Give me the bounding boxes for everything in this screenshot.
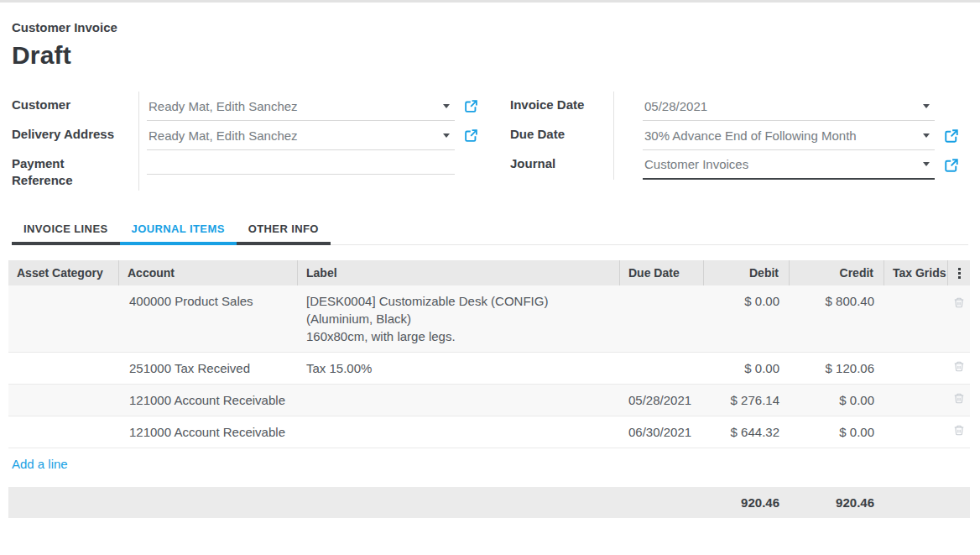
table-header-row: Asset Category Account Label Due Date De…: [8, 260, 970, 285]
column-header-credit[interactable]: Credit: [790, 260, 884, 285]
delete-row-icon[interactable]: [953, 296, 965, 313]
cell-label[interactable]: [298, 394, 620, 407]
delivery-address-value: Ready Mat, Edith Sanchez: [149, 128, 298, 143]
delivery-address-label: Delivery Address: [12, 121, 138, 150]
cell-credit[interactable]: $ 800.40: [790, 285, 884, 317]
cell-asset-category[interactable]: [8, 426, 119, 439]
column-header-asset-category[interactable]: Asset Category: [8, 260, 119, 285]
cell-debit[interactable]: $ 644.32: [704, 416, 790, 448]
cell-label[interactable]: Tax 15.00%: [298, 353, 620, 384]
payment-reference-label: Payment Reference: [12, 150, 138, 191]
customer-external-link-icon[interactable]: [464, 99, 478, 113]
invoice-header-form: Customer Ready Mat, Edith Sanchez Delive…: [12, 92, 968, 191]
cell-credit[interactable]: $ 0.00: [790, 385, 884, 416]
chevron-down-icon: [443, 134, 450, 138]
cell-debit[interactable]: $ 0.00: [704, 285, 790, 317]
journal-label: Journal: [510, 150, 613, 180]
top-divider: [0, 0, 980, 3]
invoice-date-label: Invoice Date: [510, 92, 613, 121]
delete-row-icon[interactable]: [953, 391, 965, 409]
cell-account[interactable]: 251000 Tax Received: [119, 353, 298, 384]
chevron-down-icon: [923, 104, 930, 108]
payment-terms-external-link-icon[interactable]: [944, 128, 959, 144]
status-title: Draft: [12, 41, 968, 70]
due-date-row: Due Date 30% Advance End of Following Mo…: [487, 121, 968, 150]
journal-row: Journal Customer Invoices: [487, 150, 968, 180]
chevron-down-icon: [443, 104, 450, 108]
cell-account[interactable]: 121000 Account Receivable: [119, 385, 298, 416]
cell-asset-category[interactable]: [8, 394, 119, 407]
customer-field[interactable]: Ready Mat, Edith Sanchez: [147, 92, 455, 121]
column-header-account[interactable]: Account: [119, 260, 298, 285]
cell-asset-category[interactable]: [8, 362, 119, 375]
invoice-date-row: Invoice Date 05/28/2021: [487, 92, 968, 121]
cell-debit[interactable]: $ 276.14: [704, 385, 790, 416]
column-header-label[interactable]: Label: [298, 260, 620, 285]
cell-due-date[interactable]: [620, 285, 704, 299]
form-right-group: Invoice Date 05/28/2021 Due Date 30% Adv…: [487, 92, 968, 191]
journal-items-table: Asset Category Account Label Due Date De…: [8, 260, 970, 518]
column-header-tax-grids[interactable]: Tax Grids: [884, 260, 948, 285]
invoice-form-page: Customer Invoice Draft Customer Ready Ma…: [0, 20, 980, 518]
cell-asset-category[interactable]: [8, 285, 119, 299]
payment-terms-value: 30% Advance End of Following Month: [644, 128, 857, 143]
optional-columns-toggle-icon[interactable]: [953, 264, 966, 282]
delete-row-icon[interactable]: [953, 423, 965, 441]
notebook-tabs: INVOICE LINES JOURNAL ITEMS OTHER INFO: [12, 216, 968, 245]
cell-label[interactable]: [298, 426, 620, 439]
table-row[interactable]: 251000 Tax Received Tax 15.00% $ 0.00 $ …: [8, 353, 970, 385]
customer-row: Customer Ready Mat, Edith Sanchez: [12, 92, 487, 121]
tab-invoice-lines[interactable]: INVOICE LINES: [12, 216, 120, 245]
table-row[interactable]: 400000 Product Sales [DESK0004] Customiz…: [8, 285, 970, 353]
customer-value: Ready Mat, Edith Sanchez: [149, 99, 298, 113]
cell-account[interactable]: 400000 Product Sales: [119, 285, 298, 317]
tab-journal-items[interactable]: JOURNAL ITEMS: [120, 216, 237, 245]
cell-credit[interactable]: $ 120.06: [790, 353, 884, 384]
cell-debit[interactable]: $ 0.00: [704, 353, 790, 384]
cell-due-date[interactable]: 05/28/2021: [620, 385, 704, 416]
invoice-date-field[interactable]: 05/28/2021: [643, 92, 935, 121]
payment-terms-field[interactable]: 30% Advance End of Following Month: [643, 121, 935, 150]
delivery-address-field[interactable]: Ready Mat, Edith Sanchez: [147, 121, 455, 150]
delivery-address-external-link-icon[interactable]: [464, 128, 478, 143]
total-credit: 920.46: [790, 487, 884, 518]
journal-external-link-icon[interactable]: [944, 158, 959, 173]
totals-row: 920.46 920.46: [8, 487, 970, 518]
column-header-due-date[interactable]: Due Date: [620, 260, 704, 285]
cell-credit[interactable]: $ 0.00: [790, 416, 884, 448]
cell-tax-grids[interactable]: [884, 285, 948, 299]
cell-tax-grids[interactable]: [884, 394, 948, 407]
invoice-date-value: 05/28/2021: [644, 99, 707, 113]
journal-value: Customer Invoices: [644, 157, 748, 171]
form-left-group: Customer Ready Mat, Edith Sanchez Delive…: [12, 92, 487, 191]
cell-due-date[interactable]: [620, 362, 704, 375]
cell-tax-grids[interactable]: [884, 426, 948, 439]
table-row[interactable]: 121000 Account Receivable 05/28/2021 $ 2…: [8, 385, 970, 416]
customer-label: Customer: [12, 92, 138, 121]
document-type-label: Customer Invoice: [12, 20, 968, 34]
cell-label[interactable]: [DESK0004] Customizable Desk (CONFIG) (A…: [298, 285, 620, 352]
cell-tax-grids[interactable]: [884, 362, 948, 375]
cell-account[interactable]: 121000 Account Receivable: [119, 416, 298, 448]
chevron-down-icon: [923, 162, 930, 166]
payment-reference-row: Payment Reference: [12, 150, 487, 191]
label-line-1: [DESK0004] Customizable Desk (CONFIG) (A…: [306, 292, 612, 327]
tab-other-info[interactable]: OTHER INFO: [237, 216, 331, 245]
label-line-2: 160x80cm, with large legs.: [306, 327, 612, 345]
cell-due-date[interactable]: 06/30/2021: [620, 416, 704, 448]
total-debit: 920.46: [704, 487, 790, 518]
journal-field[interactable]: Customer Invoices: [643, 150, 935, 180]
column-header-debit[interactable]: Debit: [704, 260, 790, 285]
table-row[interactable]: 121000 Account Receivable 06/30/2021 $ 6…: [8, 416, 970, 448]
due-date-label: Due Date: [510, 121, 613, 150]
add-a-line-link[interactable]: Add a line: [12, 457, 68, 471]
payment-reference-field[interactable]: [147, 150, 455, 175]
delivery-address-row: Delivery Address Ready Mat, Edith Sanche…: [12, 121, 487, 150]
delete-row-icon[interactable]: [953, 359, 965, 377]
chevron-down-icon: [923, 134, 930, 138]
